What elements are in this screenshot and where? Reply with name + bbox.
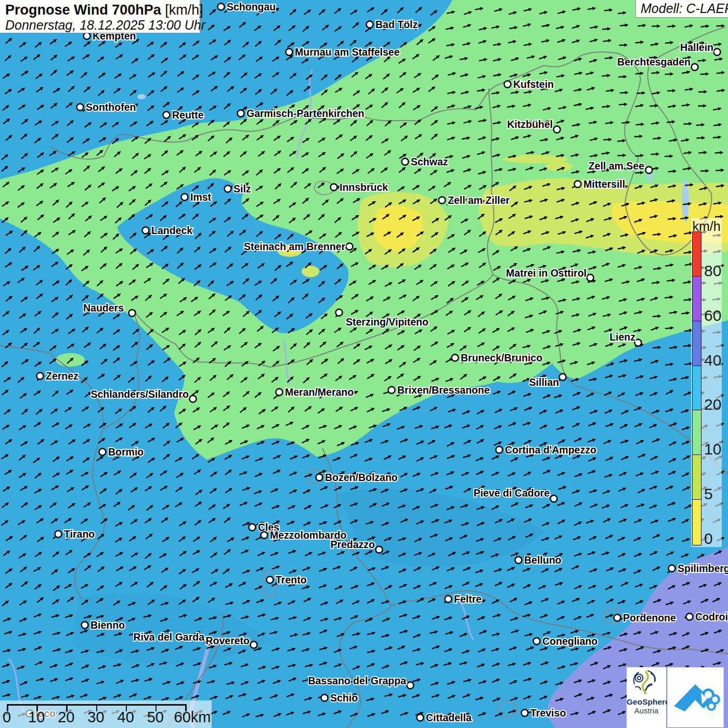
city-label-Riva del Garda: Riva del Garda — [133, 631, 204, 643]
city-label-Murnau am Staffelsee: Murnau am Staffelsee — [295, 46, 400, 58]
city-label-Schongau: Schongau — [227, 1, 276, 12]
city-marker-Pieve di Cadore — [551, 496, 557, 502]
city-label-Nauders: Nauders — [83, 302, 124, 314]
legend-segment-80 — [693, 232, 701, 277]
city-marker-Meran/Merano — [276, 389, 283, 396]
forecast-datetime: Donnerstag, 18.12.2025 13:00 Uhr — [5, 18, 194, 32]
city-label-Hallein: Hallein — [680, 42, 713, 53]
legend-tick-0: 0 — [704, 530, 713, 548]
city-marker-Bormio — [99, 449, 106, 456]
city-label-Codroipo: Codroipo — [695, 611, 728, 622]
scale-label-30: 30 — [87, 709, 104, 726]
city-label-Bassano del Grappa: Bassano del Grappa — [308, 675, 406, 686]
city-marker-Berchtesgaden — [692, 64, 698, 71]
city-label-Sillian: Sillian — [529, 376, 559, 388]
scale-label-0: 0 — [3, 709, 11, 726]
city-marker-Zell am See — [646, 167, 653, 174]
wind-speed-legend: km/h 806040201050 — [691, 218, 722, 547]
city-label-Reutte: Reutte — [172, 109, 204, 121]
city-label-Meran/Merano: Meran/Merano — [285, 386, 354, 398]
city-marker-Belluno — [515, 557, 522, 564]
city-label-Bruneck/Brunico: Bruneck/Brunico — [461, 352, 542, 363]
city-marker-Predazzo — [376, 547, 383, 553]
city-marker-Lienz — [635, 340, 642, 346]
city-marker-Bad Tölz — [367, 21, 373, 28]
city-marker-Innsbruck — [331, 184, 337, 191]
city-marker-Silz — [225, 186, 231, 192]
city-marker-Rovereto — [251, 642, 257, 648]
model-label: Modell: C-LAEF — [635, 0, 728, 18]
city-marker-Kempten — [84, 33, 90, 40]
wind-forecast-map-page: SchongauBad TölzKemptenMurnau am Staffel… — [0, 0, 728, 728]
city-label-Mittersill: Mittersill — [583, 178, 625, 190]
city-marker-Treviso — [522, 710, 528, 717]
city-marker-Cittadella — [417, 714, 424, 721]
city-marker-Nauders — [129, 310, 136, 317]
city-label-Bormio: Bormio — [108, 446, 144, 458]
city-label-Sonthofen: Sonthofen — [86, 101, 136, 113]
city-marker-Schio — [321, 695, 328, 701]
city-marker-Bozen/Bolzano — [316, 474, 323, 481]
city-label-Belluno: Belluno — [524, 554, 562, 566]
city-label-Matrei in Osttirol: Matrei in Osttirol — [506, 267, 587, 279]
city-label-Brixen/Bressanone: Brixen/Bressanone — [397, 384, 490, 396]
legend-tick-40: 40 — [704, 352, 721, 369]
city-label-Conegliano: Conegliano — [542, 635, 597, 647]
city-marker-Schongau — [218, 4, 225, 10]
city-label-Kufstein: Kufstein — [513, 79, 554, 90]
city-marker-Kitzbühel — [554, 126, 561, 133]
page-title: Prognose Wind 700hPa [km/h] — [5, 2, 194, 18]
map-canvas[interactable]: SchongauBad TölzKemptenMurnau am Staffel… — [0, 0, 728, 728]
city-label-Spilimbergo: Spilimbergo — [678, 563, 728, 574]
partner-logo-box — [667, 667, 724, 727]
city-marker-Imst — [181, 194, 188, 201]
city-marker-Murnau am Staffelsee — [286, 49, 293, 56]
geosphere-contour-icon — [632, 669, 660, 697]
scale-label-60km: 60km — [174, 709, 211, 726]
city-marker-Bienno — [82, 622, 88, 629]
city-marker-Zernez — [37, 373, 44, 380]
city-marker-Schwaz — [402, 159, 409, 165]
legend-segment-60 — [693, 277, 701, 321]
region-yg-steinach-2 — [302, 266, 319, 277]
city-marker-Conegliano — [534, 638, 540, 645]
city-marker-Tirano — [55, 531, 62, 538]
city-label-Imst: Imst — [190, 191, 212, 203]
legend-tick-20: 20 — [704, 396, 721, 414]
city-marker-Schlanders/Silandro — [190, 396, 197, 402]
legend-segment-10 — [693, 410, 701, 455]
city-marker-Mittersill — [575, 181, 581, 188]
city-label-Bienno: Bienno — [90, 619, 125, 631]
city-marker-Hallein — [714, 49, 721, 56]
city-label-Sterzing/Vipiteno: Sterzing/Vipiteno — [346, 316, 428, 328]
city-label-Bozen/Bolzano: Bozen/Bolzano — [325, 472, 398, 483]
city-label-Tirano: Tirano — [64, 528, 95, 540]
city-label-Silz: Silz — [233, 183, 251, 194]
city-marker-Brixen/Bressanone — [388, 387, 395, 394]
city-marker-Steinach am Brenner — [346, 243, 353, 250]
city-label-Cortina d'Ampezzo: Cortina d'Ampezzo — [505, 444, 596, 456]
city-label-Pordenone: Pordenone — [623, 612, 676, 623]
region-lake-small-north — [137, 94, 146, 99]
city-marker-Pordenone — [614, 615, 621, 621]
city-marker-Trento — [267, 577, 274, 583]
city-marker-Sonthofen — [77, 104, 84, 111]
title-box: Prognose Wind 700hPa [km/h] Donnerstag, … — [0, 0, 200, 33]
geosphere-logo-box: GeoSphere Austria — [627, 667, 666, 728]
legend-tick-10: 10 — [704, 440, 721, 458]
city-label-Kitzbühel: Kitzbühel — [507, 119, 553, 130]
city-label-Zell am Ziller: Zell am Ziller — [448, 194, 510, 206]
legend-tick-80: 80 — [704, 262, 721, 280]
mountain-cloud-icon — [668, 668, 723, 727]
city-marker-Codroipo — [686, 614, 693, 620]
legend-segment-40 — [693, 321, 701, 366]
city-label-Lienz: Lienz — [609, 331, 635, 343]
city-marker-Bassano del Grappa — [407, 682, 414, 689]
city-label-Predazzo: Predazzo — [330, 539, 375, 550]
city-label-Zernez: Zernez — [46, 370, 79, 382]
legend-segment-20 — [693, 366, 701, 411]
scale-label-10: 10 — [28, 709, 45, 726]
geosphere-country: Austria — [627, 706, 666, 715]
city-label-Feltre: Feltre — [454, 593, 482, 605]
city-label-Landeck: Landeck — [151, 225, 192, 236]
